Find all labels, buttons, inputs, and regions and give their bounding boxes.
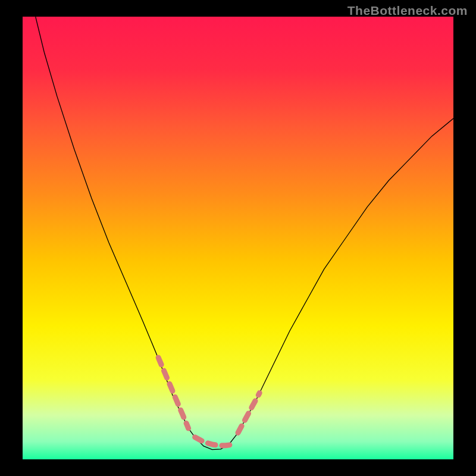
chart-plot-area	[23, 17, 453, 459]
watermark-text: TheBottleneck.com	[347, 4, 468, 18]
chart-background	[23, 17, 453, 459]
chart-svg	[23, 17, 453, 459]
